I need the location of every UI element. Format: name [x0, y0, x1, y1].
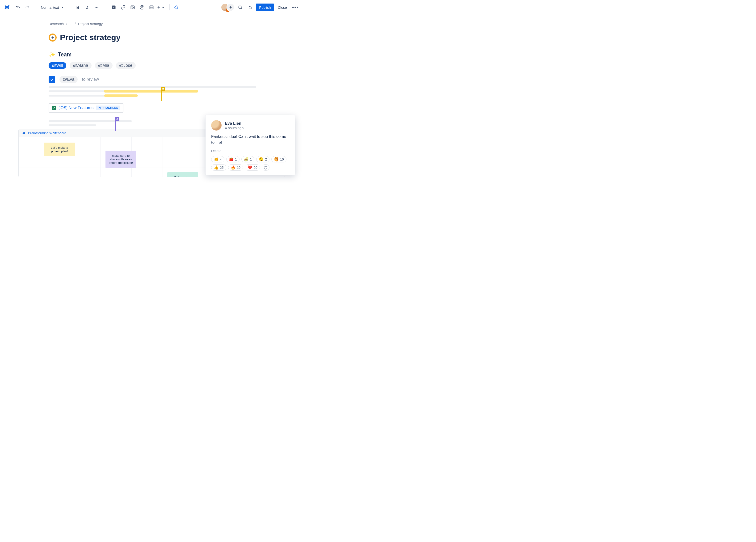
jira-status-lozenge: IN PROGRESS	[96, 105, 120, 110]
reaction-pill[interactable]: 🍅1	[226, 156, 239, 162]
image-button[interactable]	[128, 3, 137, 12]
jira-issue-card[interactable]: [iOS] New Features IN PROGRESS	[49, 103, 123, 113]
comment-reactions: 👏4🍅1🥑1😲2🥞10👍25🔥10❤️20	[211, 156, 290, 171]
publish-button[interactable]: Publish	[256, 4, 274, 11]
reaction-pill[interactable]: 😲2	[256, 156, 269, 162]
mention-chip[interactable]: @Jose	[116, 62, 136, 69]
content-placeholder	[49, 95, 138, 96]
link-button[interactable]	[119, 3, 127, 12]
reaction-pill[interactable]: 👍25	[211, 164, 226, 171]
close-button[interactable]: Close	[276, 4, 289, 11]
reaction-count: 25	[220, 166, 224, 169]
sticky-note[interactable]: Make sure to share with sales before the…	[105, 151, 136, 168]
comment-marker-stem	[161, 91, 162, 101]
reaction-emoji: 🥑	[244, 157, 249, 161]
italic-button[interactable]	[83, 3, 91, 12]
breadcrumb-separator: /	[75, 22, 76, 26]
jira-issue-type-icon	[52, 106, 56, 110]
svg-rect-4	[131, 6, 134, 9]
more-formatting-button[interactable]	[92, 3, 101, 12]
embed-title: Brainstorming Whiteboard	[28, 131, 66, 135]
comment-highlight	[104, 90, 198, 92]
reaction-emoji: 🥞	[274, 157, 279, 161]
jira-issue-title: [iOS] New Features	[59, 105, 93, 110]
task-text: to review	[82, 77, 99, 82]
confluence-logo[interactable]	[4, 4, 10, 11]
comment-highlight	[104, 94, 138, 97]
svg-point-8	[239, 6, 242, 8]
table-button[interactable]	[147, 3, 156, 12]
comment-marker[interactable]: M	[161, 87, 165, 91]
svg-point-0	[95, 7, 95, 8]
mention-chip[interactable]: @Alana	[70, 62, 91, 69]
page-title-text: Project strategy	[60, 33, 121, 42]
task-checkbox[interactable]	[49, 76, 55, 83]
svg-rect-3	[112, 6, 115, 9]
editor-toolbar: Normal text G +	[0, 0, 304, 15]
breadcrumb-separator: /	[66, 22, 67, 26]
content-placeholder: D	[49, 120, 132, 122]
team-heading: ✨ Team	[49, 51, 256, 58]
reaction-count: 10	[237, 166, 241, 169]
page-title: Project strategy	[49, 33, 256, 42]
text-style-label: Normal text	[41, 5, 59, 9]
mention-chip[interactable]: @Will	[49, 62, 66, 69]
svg-point-5	[132, 7, 132, 7]
reaction-count: 20	[254, 166, 257, 169]
reaction-pill[interactable]: 👏4	[211, 156, 224, 162]
sticky-note[interactable]: Let's make a project plan!	[44, 142, 75, 156]
mention-chip[interactable]: @Eva	[59, 76, 78, 83]
svg-point-1	[96, 7, 97, 8]
svg-point-2	[97, 7, 98, 8]
add-reaction-button[interactable]	[262, 164, 269, 171]
bold-button[interactable]	[73, 3, 82, 12]
team-mentions-row: @Will @Alana @Mia @Jose	[49, 62, 256, 69]
undo-button[interactable]	[14, 3, 22, 12]
page-collaborators: G +	[221, 3, 235, 11]
search-button[interactable]	[236, 3, 244, 12]
content-placeholder	[49, 124, 96, 126]
reaction-count: 2	[265, 157, 267, 161]
breadcrumb-item[interactable]: Research	[49, 22, 64, 26]
more-actions-button[interactable]: •••	[291, 4, 300, 10]
reaction-emoji: 😲	[259, 157, 264, 161]
reaction-pill[interactable]: ❤️20	[245, 164, 260, 171]
redo-button[interactable]	[23, 3, 32, 12]
comment-timestamp: 4 hours ago	[225, 126, 244, 130]
breadcrumb-item[interactable]: ...	[69, 22, 72, 26]
comment-marker[interactable]: D	[115, 117, 119, 121]
action-item-button[interactable]	[109, 3, 118, 12]
svg-point-6	[141, 7, 143, 8]
insert-more-button[interactable]	[157, 3, 165, 12]
comment-author-name[interactable]: Eva Lien	[225, 121, 244, 126]
breadcrumb: Research / ... / Project strategy	[49, 22, 256, 26]
reaction-pill[interactable]: 🔥10	[228, 164, 243, 171]
breadcrumb-item[interactable]: Project strategy	[78, 22, 103, 26]
reaction-count: 1	[250, 157, 252, 161]
mention-chip[interactable]: @Mia	[95, 62, 113, 69]
toolbar-separator	[169, 4, 170, 10]
comment-delete-link[interactable]: Delete	[211, 149, 290, 153]
comment-author-avatar[interactable]	[211, 120, 222, 130]
content-placeholder	[49, 86, 256, 88]
restrictions-button[interactable]	[246, 3, 254, 12]
reaction-emoji: 👏	[214, 157, 218, 161]
task-row: @Eva to review	[49, 76, 256, 83]
compass-icon	[49, 34, 57, 42]
text-style-dropdown[interactable]: Normal text	[38, 3, 67, 12]
invite-button[interactable]: +	[227, 3, 235, 11]
sparkles-icon: ✨	[49, 51, 55, 58]
team-heading-text: Team	[58, 51, 71, 58]
sticky-note[interactable]: Put together	[167, 172, 198, 177]
mention-button[interactable]	[138, 3, 146, 12]
inline-comment-popover: Eva Lien 4 hours ago Fantastic idea! Can…	[206, 115, 295, 175]
reaction-emoji: 🔥	[231, 165, 235, 170]
reaction-pill[interactable]: 🥞10	[271, 156, 286, 162]
reaction-emoji: 🍅	[229, 157, 234, 161]
ai-assist-button[interactable]	[172, 3, 181, 12]
reaction-emoji: 👍	[214, 165, 218, 170]
reaction-count: 1	[235, 157, 237, 161]
reaction-count: 10	[280, 157, 284, 161]
reaction-pill[interactable]: 🥑1	[241, 156, 255, 162]
comment-marker-stem	[115, 121, 116, 131]
